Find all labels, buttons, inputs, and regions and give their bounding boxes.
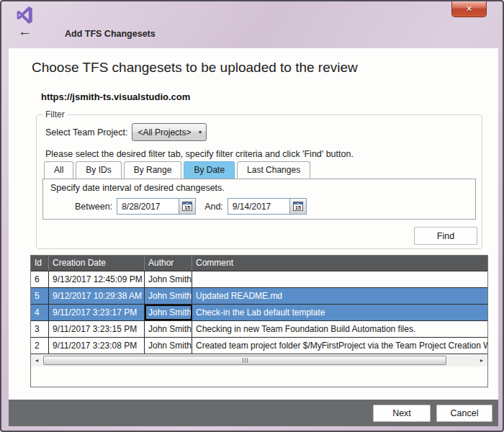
dialog-content: Choose TFS changesets to be uploaded to … (9, 48, 498, 400)
cell-id[interactable]: 4 (31, 305, 49, 320)
tab-by-ids[interactable]: By IDs (76, 161, 121, 179)
team-project-label: Select Team Project: (45, 127, 127, 138)
cell-author[interactable]: John Smith (145, 321, 192, 337)
cancel-button[interactable]: Cancel (436, 405, 492, 422)
server-url: https://jsmith-ts.visualstudio.com (41, 91, 190, 102)
cell-author[interactable]: John Smith (145, 271, 192, 287)
by-date-tab-panel: Specify date interval of desired changes… (42, 179, 476, 220)
calendar-icon: 15 (293, 202, 303, 211)
table-row[interactable]: 49/11/2017 3:23:17 PMJohn SmithCheck-in … (31, 304, 487, 320)
tab-last-changes[interactable]: Last Changes (237, 161, 310, 179)
team-project-row: Select Team Project: <All Projects> ▼ (45, 123, 207, 141)
cell-author[interactable]: John Smith (145, 288, 192, 304)
filter-group-label: Filter (42, 109, 68, 120)
cell-date[interactable]: 9/13/2017 12:45:09 PM (49, 271, 145, 287)
cell-date[interactable]: 9/11/2017 3:23:17 PM (49, 305, 145, 320)
table-row[interactable]: 29/11/2017 3:23:08 PMJohn SmithCreated t… (31, 337, 487, 354)
column-header-comment[interactable]: Comment (192, 256, 487, 271)
between-label: Between: (75, 202, 112, 212)
and-calendar-button[interactable]: 15 (289, 199, 306, 214)
and-date-field[interactable]: 9/14/2017 15 (228, 198, 307, 215)
cell-comment[interactable] (192, 271, 487, 287)
table-row[interactable]: 39/11/2017 3:23:15 PMJohn SmithChecking … (31, 320, 487, 337)
page-title: Choose TFS changesets to be uploaded to … (32, 60, 358, 76)
column-header-creation-date[interactable]: Creation Date (49, 256, 145, 271)
scrollbar-grip-icon (243, 358, 243, 363)
cell-id[interactable]: 3 (31, 321, 49, 337)
and-date-value: 9/14/2017 (228, 202, 289, 212)
between-date-field[interactable]: 8/28/2017 15 (117, 198, 196, 215)
cell-date[interactable]: 9/12/2017 10:29:38 AM (49, 288, 145, 304)
between-calendar-button[interactable]: 15 (179, 199, 195, 214)
titlebar: ← Add TFS Changesets ✕ (1, 1, 503, 48)
column-header-id[interactable]: Id (31, 256, 49, 271)
next-button[interactable]: Next (373, 405, 431, 422)
dialog-window: ← Add TFS Changesets ✕ Choose TFS change… (0, 0, 504, 432)
table-empty-area (31, 366, 487, 387)
back-arrow-icon[interactable]: ← (18, 24, 32, 40)
calendar-icon: 15 (182, 202, 192, 211)
filter-tab-strip: All By IDs By Range By Date Last Changes (44, 161, 310, 179)
window-title: Add TFS Changesets (65, 29, 156, 39)
chevron-down-icon: ▼ (197, 130, 202, 135)
tab-by-date[interactable]: By Date (184, 161, 235, 179)
filter-groupbox: Filter Select Team Project: <All Project… (36, 114, 482, 249)
table-row[interactable]: 59/12/2017 10:29:38 AMJohn SmithUpdated … (31, 287, 487, 304)
cell-date[interactable]: 9/11/2017 3:23:08 PM (49, 338, 145, 354)
scrollbar-thumb[interactable] (43, 356, 446, 365)
table-header: Id Creation Date Author Comment (31, 256, 487, 271)
find-button[interactable]: Find (414, 227, 477, 245)
table-body: 69/13/2017 12:45:09 PMJohn Smith59/12/20… (31, 271, 487, 354)
tab-by-range[interactable]: By Range (124, 161, 182, 179)
filter-instructions: Please select the desired filter tab, sp… (45, 149, 354, 159)
close-icon: ✕ (466, 4, 472, 13)
column-header-author[interactable]: Author (145, 256, 192, 271)
close-button[interactable]: ✕ (451, 1, 487, 17)
scroll-right-arrow-icon[interactable]: ► (476, 355, 487, 366)
cell-id[interactable]: 5 (31, 288, 49, 304)
scroll-left-arrow-icon[interactable]: ◄ (31, 355, 42, 366)
footer-bar: Next Cancel (9, 400, 498, 426)
cell-author[interactable]: John Smith (145, 305, 192, 320)
and-label: And: (204, 202, 223, 212)
cell-date[interactable]: 9/11/2017 3:23:15 PM (49, 321, 145, 337)
date-panel-instruction: Specify date interval of desired changes… (50, 183, 225, 193)
table-row[interactable]: 69/13/2017 12:45:09 PMJohn Smith (31, 271, 487, 287)
date-row: Between: 8/28/2017 15 And: 9/14/2017 (43, 198, 475, 215)
visual-studio-logo-icon (16, 6, 35, 24)
cell-comment[interactable]: Checking in new Team Foundation Build Au… (192, 321, 487, 337)
team-project-dropdown[interactable]: <All Projects> ▼ (132, 123, 207, 141)
changesets-table: Id Creation Date Author Comment 69/13/20… (30, 255, 488, 387)
horizontal-scrollbar[interactable]: ◄ ► (31, 354, 487, 366)
team-project-selected-value: <All Projects> (138, 127, 191, 138)
cell-comment[interactable]: Check-in the Lab default template (192, 305, 487, 320)
between-date-value: 8/28/2017 (117, 202, 179, 212)
cell-author[interactable]: John Smith (145, 338, 192, 354)
cell-comment[interactable]: Updated README.md (192, 288, 487, 304)
cell-comment[interactable]: Created team project folder $/MyFirstPro… (192, 338, 487, 354)
tab-all[interactable]: All (44, 161, 73, 179)
cell-id[interactable]: 6 (31, 271, 49, 287)
cell-id[interactable]: 2 (31, 338, 49, 354)
